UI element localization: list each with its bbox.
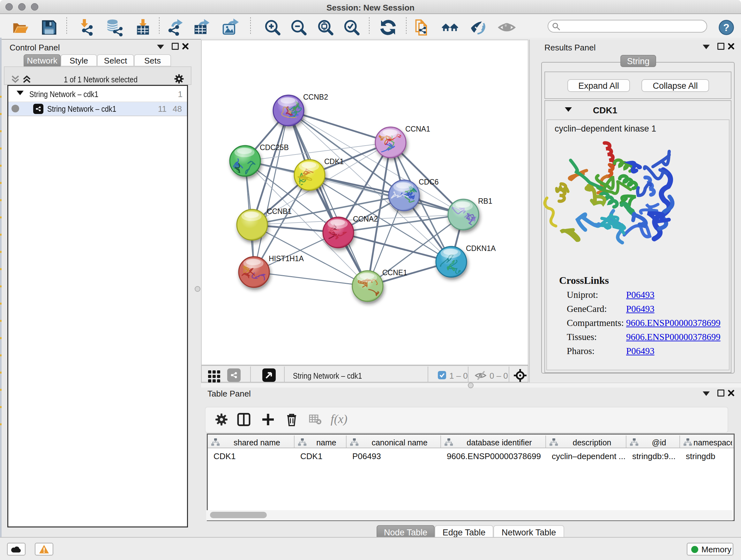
svg-text:HIST1H1A: HIST1H1A bbox=[269, 254, 304, 263]
svg-text:CDC25B: CDC25B bbox=[260, 143, 289, 152]
svg-text:CCNB1: CCNB1 bbox=[267, 207, 292, 215]
svg-text:CDKN1A: CDKN1A bbox=[466, 244, 496, 253]
svg-text:?: ? bbox=[723, 22, 729, 33]
svg-text:CDK1: CDK1 bbox=[324, 158, 344, 166]
svg-text:CCNB2: CCNB2 bbox=[303, 93, 328, 101]
svg-text:RB1: RB1 bbox=[478, 197, 492, 205]
svg-text:CCNA1: CCNA1 bbox=[405, 125, 430, 133]
svg-text:CCNE1: CCNE1 bbox=[382, 268, 407, 277]
svg-text:CCNA2: CCNA2 bbox=[353, 215, 378, 223]
svg-text:CDC6: CDC6 bbox=[419, 178, 439, 186]
